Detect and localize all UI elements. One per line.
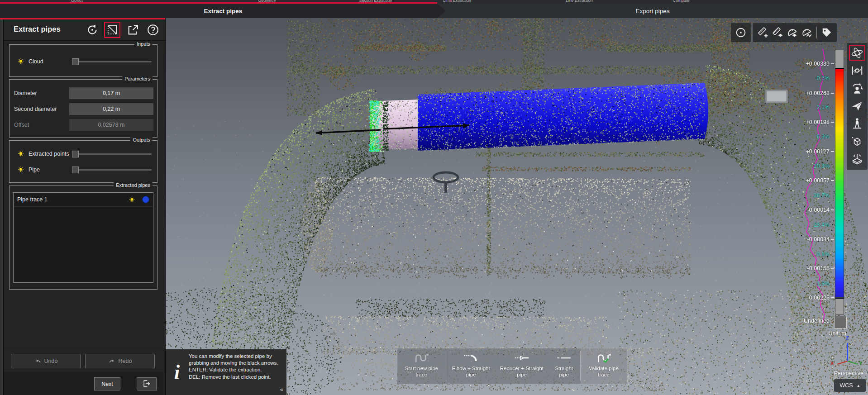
protractor-line-icon[interactable]: [799, 25, 814, 40]
opacity-slider[interactable]: [72, 167, 152, 173]
workflow-step[interactable]: Line Extraction: [566, 0, 593, 3]
pipe-trace-button[interactable]: Start new pipe trace: [397, 348, 446, 384]
undefined-color-swatch[interactable]: [834, 316, 847, 328]
toolbar-collapse-chevron-icon[interactable]: »: [627, 378, 634, 382]
workflow-step[interactable]: Limit Extraction: [443, 0, 471, 3]
reducer-straight-icon: [514, 352, 529, 364]
extract-pipes-panel: Extract pipes Inputs Cloud Parameters Di…: [0, 18, 166, 395]
scale-tick: [831, 180, 834, 181]
inputs-group: Inputs Cloud: [9, 44, 157, 77]
orbit-icon[interactable]: [849, 45, 865, 61]
panel-divider: [4, 350, 163, 350]
active-step-underline: [0, 2, 437, 4]
undo-button[interactable]: Undo: [11, 354, 81, 368]
tool-label: Elbow + Straight pipe: [449, 365, 493, 378]
panel-edge: [0, 18, 4, 395]
slider-handle[interactable]: [72, 58, 79, 65]
scale-value-label: +0,00268: [780, 90, 830, 96]
elbow-straight-button[interactable]: Elbow + Straight pipe: [446, 348, 496, 384]
slider-handle[interactable]: [72, 167, 79, 173]
help-button[interactable]: [145, 22, 161, 38]
tag-icon[interactable]: [820, 25, 834, 40]
tool-label: Validate pipe trace: [583, 365, 624, 378]
parameter-value-field[interactable]: 0,22 m: [69, 103, 153, 115]
slider-handle[interactable]: [72, 151, 79, 157]
opacity-slider[interactable]: [72, 151, 152, 157]
opacity-slider[interactable]: [72, 58, 152, 65]
scale-tick: [831, 63, 834, 64]
outputs-legend: Outputs: [130, 137, 153, 143]
caret-up-icon: ▲: [857, 384, 860, 388]
point-cloud-scene[interactable]: [165, 18, 868, 395]
panel-title: Extract pipes: [14, 25, 61, 33]
scale-value-label: -0,00084: [780, 236, 830, 243]
parameter-value-field: 0,02578 m: [69, 119, 153, 131]
scale-percent-label: 2,1%: [780, 104, 830, 110]
exit-step-button[interactable]: [137, 377, 157, 390]
scale-percent-label: 20,3%: [780, 163, 830, 169]
parameters-legend: Parameters: [122, 76, 153, 81]
export-window-button[interactable]: [125, 22, 141, 38]
measure-toolbar-group: [753, 23, 837, 42]
scale-percent-label: 36,7%: [780, 192, 830, 199]
ruler-add-icon[interactable]: [756, 25, 770, 40]
projection-label: Perspective: [834, 370, 863, 376]
workflow-step[interactable]: Compute: [673, 0, 690, 3]
coordinate-system-dropdown[interactable]: WCS ▲: [834, 379, 866, 392]
fly-icon[interactable]: [849, 98, 865, 114]
next-button[interactable]: Next: [94, 377, 120, 390]
turntable-icon[interactable]: [849, 151, 865, 167]
bulb-icon[interactable]: [128, 196, 136, 204]
ruler-erase-icon[interactable]: [770, 25, 785, 40]
reducer-straight-button[interactable]: Reducer + Straight pipe: [496, 348, 548, 384]
viewport-3d[interactable]: +0,003390,5%+0,002682,1%+0,001986,3%+0,0…: [165, 18, 868, 395]
selection-rectangle-button[interactable]: [104, 22, 120, 38]
axis-x-label: X: [830, 361, 834, 366]
pipe-trace-item[interactable]: Pipe trace 1: [14, 193, 153, 207]
target-point-icon[interactable]: [734, 25, 748, 40]
protractor-erase-icon[interactable]: [785, 25, 799, 40]
tool-label: Reducer + Straight pipe: [499, 365, 545, 378]
tab-export-pipes[interactable]: Export pipes: [437, 4, 868, 18]
color-scale-bottom-cap: [835, 298, 844, 314]
redo-button[interactable]: Redo: [85, 354, 155, 368]
undo-icon: [34, 357, 42, 365]
parameter-label: Second diameter: [14, 106, 69, 112]
scale-tick: [831, 93, 834, 94]
constrained-orbit-icon[interactable]: [849, 63, 865, 78]
bulb-icon[interactable]: [17, 150, 25, 158]
exit-icon: [142, 383, 151, 390]
bulb-icon[interactable]: [17, 166, 25, 174]
info-collapse-icon[interactable]: «: [280, 386, 283, 393]
slider-track: [72, 169, 152, 171]
scale-value-label: -0,00155: [780, 265, 830, 271]
pipe-color-swatch[interactable]: [142, 196, 149, 203]
validate-pipe-icon: [596, 352, 611, 364]
undefined-label: Undefined: [804, 318, 830, 324]
parameter-value-field[interactable]: 0,17 m: [69, 87, 153, 99]
undefined-row: Undefined: [767, 316, 864, 328]
look-around-icon[interactable]: [849, 81, 865, 96]
walk-icon[interactable]: [849, 116, 865, 131]
info-box: i You can modify the selected pipe by gr…: [165, 349, 286, 395]
scale-value-label: +0,00198: [780, 119, 830, 125]
examine-box-icon[interactable]: [849, 133, 865, 149]
input-row-label: Cloud: [29, 58, 72, 65]
pipe-tools-toolbar: Start new pipe traceElbow + Straight pip…: [397, 348, 627, 384]
scale-tick: [831, 297, 834, 298]
parameter-row: Offset0,02578 m: [10, 119, 157, 131]
scale-percent-label: 9,1%: [780, 251, 830, 257]
scale-value-label: +0,00057: [780, 177, 830, 184]
pipe-trace-icon: [414, 352, 429, 364]
reset-button[interactable]: [84, 22, 100, 38]
validate-pipe-button[interactable]: Validate pipe trace: [581, 348, 627, 384]
straight-pipe-button[interactable]: Straight pipe: [548, 348, 580, 384]
tab-extract-pipes[interactable]: Extract pipes: [0, 4, 446, 18]
scale-value-label: +0,00339: [780, 61, 830, 67]
scale-value-label: -0,00225: [780, 295, 830, 301]
bulb-icon[interactable]: [17, 57, 25, 66]
color-scale-gradient[interactable]: [835, 69, 844, 298]
toolbar-separator: [816, 27, 817, 38]
info-icon: i: [165, 349, 189, 395]
scale-tick: [831, 151, 834, 152]
